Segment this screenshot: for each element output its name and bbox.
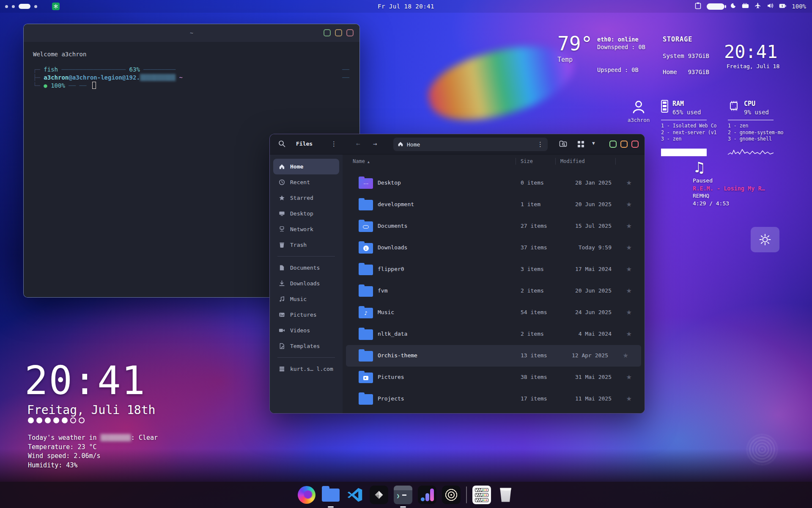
sidebar-item-desktop[interactable]: Desktop xyxy=(273,206,339,221)
file-size: 37 items xyxy=(521,244,547,251)
dock-files[interactable] xyxy=(321,486,340,504)
sidebar-item-recent[interactable]: Recent xyxy=(273,174,339,190)
column-header-name[interactable]: Name▲ xyxy=(353,158,370,164)
path-menu-button[interactable]: ⋮ xyxy=(537,141,543,148)
file-modified: 24 Jun 2025 xyxy=(575,309,612,315)
file-row-documents[interactable]: Documents 27 items 15 Jul 2025 ★ xyxy=(343,215,645,237)
do-not-disturb-moon-icon[interactable] xyxy=(730,3,736,10)
file-row-projects[interactable]: Projects 17 items 11 Mai 2025 ★ xyxy=(343,388,645,410)
video-camera-icon xyxy=(278,327,285,334)
storage-label: Home xyxy=(663,69,677,75)
file-row-nltk-data[interactable]: nltk_data 2 items 4 Mai 2024 ★ xyxy=(343,323,645,345)
files-list-view: Name▲ Size Modified ⋯ Desktop 0 items 28… xyxy=(343,155,645,413)
dock-music-app[interactable] xyxy=(418,486,436,504)
storage-row-system: System 937GiB xyxy=(663,52,709,59)
dock-terminal[interactable]: ❯ xyxy=(394,486,412,504)
sidebar-item-home[interactable]: Home xyxy=(273,159,339,174)
sidebar-item-templates[interactable]: Templates xyxy=(273,338,339,354)
file-row-downloads[interactable]: ↓ Downloads 37 items Today 9:59 ★ xyxy=(343,237,645,259)
file-row-development[interactable]: development 1 item 20 Jun 2025 ★ xyxy=(343,194,645,215)
battery-pill-indicator[interactable] xyxy=(707,3,724,10)
temperature-widget: 79° Temp xyxy=(557,32,593,64)
star-toggle[interactable]: ★ xyxy=(626,287,632,295)
star-toggle[interactable]: ★ xyxy=(626,201,632,208)
folder-search-icon[interactable] xyxy=(559,140,567,149)
desktop-emblem: ⋯ xyxy=(359,178,373,189)
clipboard-icon[interactable] xyxy=(695,2,701,11)
star-toggle[interactable]: ★ xyxy=(626,330,632,338)
battery-percent[interactable]: 100% xyxy=(792,3,806,10)
sidebar-item-music[interactable]: Music xyxy=(273,291,339,307)
weather-info: Today's weather in ▒▒▒▒▒▒▒▒: Clear Tempe… xyxy=(28,433,158,470)
forward-button[interactable]: → xyxy=(373,140,377,148)
sidebar-item-documents[interactable]: Documents xyxy=(273,260,339,276)
column-header-modified[interactable]: Modified xyxy=(560,158,585,164)
files-headerbar[interactable]: Files ⋮ ← → Home ⋮ ▼ xyxy=(270,134,645,155)
sidebar-item-videos[interactable]: Videos xyxy=(273,323,339,338)
terminal-title: ~ xyxy=(24,30,359,36)
storage-value: 937GiB xyxy=(688,69,709,75)
address-bar[interactable]: Home ⋮ xyxy=(393,138,548,151)
search-icon[interactable] xyxy=(278,140,285,149)
star-toggle[interactable]: ★ xyxy=(626,309,632,316)
file-row-flipper0[interactable]: flipper0 3 items 17 Mai 2024 ★ xyxy=(343,259,645,280)
maximize-button[interactable] xyxy=(620,141,628,148)
sidebar-item-label: Templates xyxy=(290,343,320,349)
star-toggle[interactable]: ★ xyxy=(626,373,632,381)
sidebar-item-trash[interactable]: Trash xyxy=(273,237,339,253)
star-toggle[interactable]: ★ xyxy=(626,244,632,251)
back-button[interactable]: ← xyxy=(356,140,360,148)
desktop-clock-time: 20:41 xyxy=(25,358,146,403)
storage-title: STORAGE xyxy=(663,36,709,43)
file-row-orchis-theme-selected[interactable]: Orchis-theme 13 items 12 Apr 2025 ★ xyxy=(346,345,641,367)
dock-server-app[interactable] xyxy=(472,486,491,504)
close-button[interactable] xyxy=(631,141,639,148)
moon-phase-dots xyxy=(28,417,85,423)
file-name: Documents xyxy=(378,223,407,229)
cpu-usage: 9% used xyxy=(744,109,769,116)
file-name: fvm xyxy=(378,287,387,294)
grid-view-icon[interactable] xyxy=(578,141,584,147)
dock-prism[interactable] xyxy=(370,486,388,504)
file-row-desktop[interactable]: ⋯ Desktop 0 items 28 Jan 2025 ★ xyxy=(343,172,645,194)
dock-rings-app[interactable] xyxy=(442,486,461,504)
sidebar-item-starred[interactable]: Starred xyxy=(273,190,339,206)
dock-vscode[interactable] xyxy=(346,486,364,504)
sidebar-item-network[interactable]: Network xyxy=(273,221,339,237)
minimize-button[interactable] xyxy=(324,29,331,36)
keyboard-icon[interactable] xyxy=(742,3,749,10)
view-options-chevron-icon[interactable]: ▼ xyxy=(592,141,595,146)
star-toggle[interactable]: ★ xyxy=(626,179,632,187)
star-icon xyxy=(278,195,285,201)
sidebar-item-pictures[interactable]: Pictures xyxy=(273,307,339,323)
prompt-ip-masked: ▒▒▒▒▒▒▒▒▒▒ xyxy=(140,74,176,81)
star-toggle[interactable]: ★ xyxy=(623,352,628,359)
dock-firefox[interactable] xyxy=(297,486,316,504)
topbar-clock[interactable]: Fr Jul 18 20:41 xyxy=(0,3,812,10)
close-button[interactable] xyxy=(346,29,354,36)
terminal-titlebar[interactable]: ~ xyxy=(24,24,359,42)
sidebar-item-server[interactable]: kurt.s… l.com xyxy=(273,361,339,377)
temperature-value: 79° xyxy=(557,32,593,55)
prompt-line-3: └─ ● 100% ── ── xyxy=(33,82,350,90)
sidebar-item-downloads[interactable]: Downloads xyxy=(273,276,339,291)
volume-icon[interactable] xyxy=(767,3,774,10)
column-header-size[interactable]: Size xyxy=(521,158,533,164)
minimize-button[interactable] xyxy=(609,141,617,148)
maximize-button[interactable] xyxy=(335,29,342,36)
file-row-music[interactable]: ♪ Music 54 items 24 Jun 2025 ★ xyxy=(343,302,645,323)
network-icon xyxy=(278,226,285,232)
dock-trash[interactable] xyxy=(497,486,515,504)
file-row-fvm[interactable]: fvm 2 items 20 Jun 2025 ★ xyxy=(343,280,645,302)
clock-widget: 20:41 Freitag, Juli 18 xyxy=(724,41,779,69)
sidebar-item-label: Trash xyxy=(290,242,307,248)
app-menu-button[interactable]: ⋮ xyxy=(331,140,337,148)
star-toggle[interactable]: ★ xyxy=(626,265,632,273)
airplane-mode-icon[interactable] xyxy=(754,3,761,11)
temperature-label: Temp xyxy=(557,56,593,64)
file-row-pictures[interactable]: Pictures 38 items 31 Mai 2025 ★ xyxy=(343,367,645,388)
battery-charging-icon[interactable] xyxy=(779,3,786,10)
star-toggle[interactable]: ★ xyxy=(626,395,632,403)
sidebar-item-label: Videos xyxy=(290,327,310,334)
star-toggle[interactable]: ★ xyxy=(626,222,632,230)
